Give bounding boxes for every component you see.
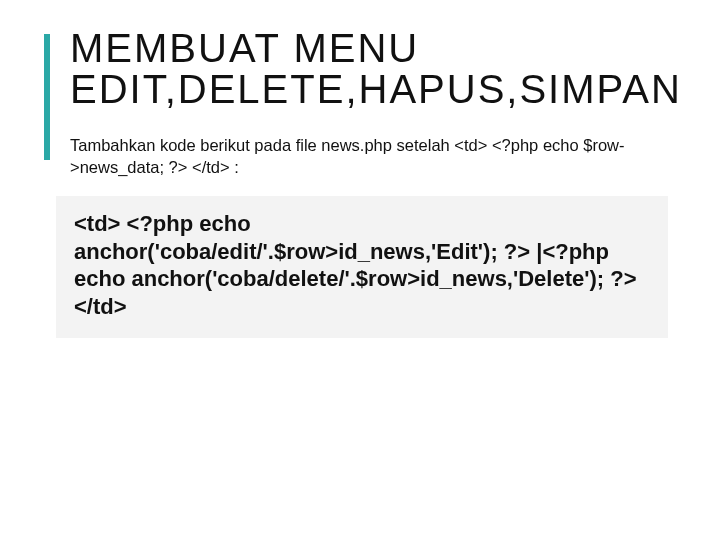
accent-bar — [44, 34, 50, 160]
code-snippet: <td> <?php echo anchor('coba/edit/'.$row… — [74, 210, 650, 320]
page-title: MEMBUAT MENU EDIT,DELETE,HAPUS,SIMPAN — [70, 28, 668, 110]
code-snippet-box: <td> <?php echo anchor('coba/edit/'.$row… — [56, 196, 668, 338]
slide: MEMBUAT MENU EDIT,DELETE,HAPUS,SIMPAN Ta… — [0, 0, 720, 540]
intro-text: Tambahkan kode berikut pada file news.ph… — [70, 134, 668, 179]
